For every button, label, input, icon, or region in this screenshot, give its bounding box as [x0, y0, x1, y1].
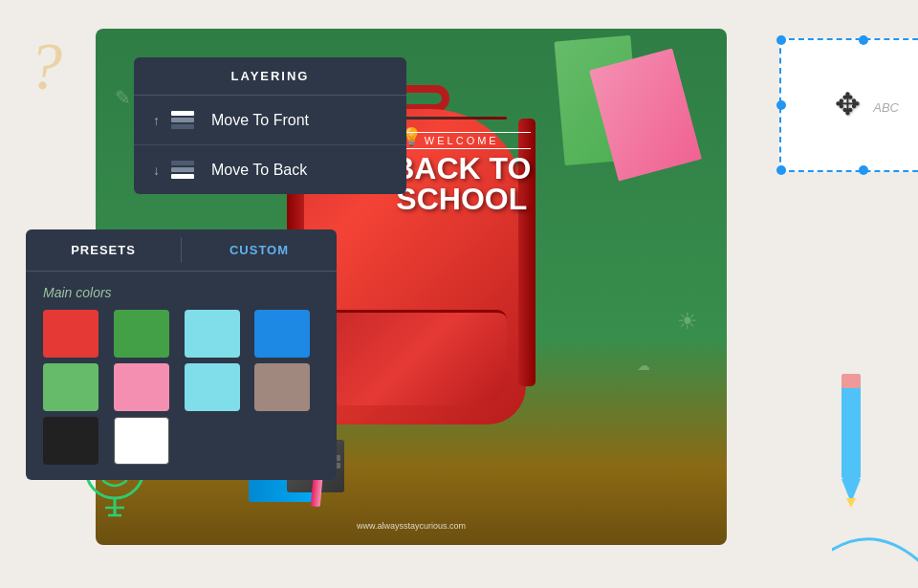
backpack-pocket	[316, 310, 507, 405]
handle-top-mid[interactable]	[859, 35, 868, 45]
tab-custom[interactable]: CUSTOM	[182, 229, 337, 271]
color-swatch-black[interactable]	[43, 417, 98, 465]
move-to-front-stack-icon	[171, 111, 194, 129]
color-grid	[26, 310, 337, 465]
abc-label: ABC	[873, 100, 899, 115]
color-swatch-light-green[interactable]	[43, 363, 98, 411]
pencil-decoration	[813, 374, 889, 531]
move-to-back-arrow: ↓	[153, 163, 160, 178]
color-swatch-red[interactable]	[43, 310, 98, 358]
question-mark-decoration: ?	[29, 29, 62, 105]
move-to-front-label: Move To Front	[211, 112, 309, 129]
color-swatch-brown[interactable]	[254, 363, 310, 411]
move-to-back-label: Move To Back	[211, 162, 307, 179]
move-cursor-icon: ✥	[835, 86, 861, 122]
handle-bottom-left[interactable]	[776, 165, 786, 175]
svg-rect-0	[842, 374, 861, 479]
chalk-doodle-cloud: ☁	[637, 358, 650, 373]
canvas-poster-text: WELCOME BACK TO SCHOOL	[392, 132, 531, 214]
back-to-text: BACK TO	[392, 153, 531, 184]
canvas-url: www.alwaysstaycurious.com	[357, 521, 466, 531]
move-to-front-button[interactable]: ↑ Move To Front	[134, 96, 406, 145]
handle-top-left[interactable]	[776, 35, 786, 45]
chalk-doodle-sun: ☀	[677, 308, 698, 335]
color-section-label: Main colors	[26, 272, 337, 310]
welcome-text: WELCOME	[392, 132, 531, 149]
color-panel: PRESETS CUSTOM Main colors	[26, 229, 337, 480]
layering-title: LAYERING	[134, 57, 406, 96]
move-to-back-stack-icon	[171, 161, 194, 179]
handle-bottom-mid[interactable]	[859, 165, 868, 175]
move-to-front-arrow: ↑	[153, 113, 160, 128]
svg-marker-2	[846, 498, 856, 508]
handle-mid-left[interactable]	[776, 100, 786, 110]
school-text: SCHOOL	[392, 184, 531, 214]
color-swatch-green[interactable]	[114, 310, 169, 358]
layering-panel: LAYERING ↑ Move To Front ↓ Move To Back	[134, 57, 406, 194]
color-tabs: PRESETS CUSTOM	[26, 229, 337, 272]
color-swatch-pink[interactable]	[114, 363, 169, 411]
move-to-back-button[interactable]: ↓ Move To Back	[134, 145, 406, 194]
color-swatch-cyan[interactable]	[185, 310, 240, 358]
svg-rect-3	[842, 374, 861, 388]
color-swatch-white[interactable]	[114, 417, 169, 465]
chalk-doodle-1: ✎	[115, 86, 131, 109]
color-swatch-blue[interactable]	[254, 310, 310, 358]
tab-presets[interactable]: PRESETS	[26, 229, 181, 271]
color-swatch-light-cyan[interactable]	[185, 363, 240, 411]
